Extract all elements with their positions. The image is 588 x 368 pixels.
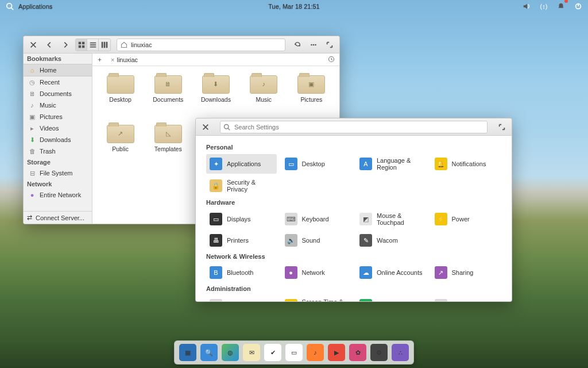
bell-icon: [557, 2, 565, 10]
settings-item-bluetooth[interactable]: BBluetooth: [206, 263, 277, 282]
dock-music[interactable]: ♪: [307, 344, 324, 361]
settings-item-applications[interactable]: ✦Applications: [206, 154, 277, 174]
settings-item-network[interactable]: ●Network: [281, 263, 352, 282]
settings-item-language-region[interactable]: ALanguage & Region: [356, 154, 427, 174]
settings-item-online-accounts[interactable]: ☁Online Accounts: [356, 263, 427, 282]
history-icon: [328, 56, 335, 63]
sidebar-item-trash[interactable]: 🗑Trash: [24, 145, 92, 157]
settings-item-label: Mouse & Touchpad: [377, 212, 423, 226]
connect-server-label: Connect Server...: [36, 214, 84, 221]
settings-item-printers[interactable]: 🖶Printers: [206, 231, 277, 250]
settings-item-label: Keyboard: [302, 216, 329, 223]
dock-tasks[interactable]: ✔: [264, 344, 281, 361]
sidebar-item-entire-network[interactable]: ●Entire Network: [24, 189, 92, 201]
svg-point-11: [311, 44, 312, 45]
folder-downloads[interactable]: ⬇Downloads: [194, 73, 238, 119]
settings-item-user-accounts[interactable]: 👥User Accounts: [431, 296, 502, 301]
connect-server-button[interactable]: ⇄ Connect Server...: [24, 211, 92, 224]
nav-back-button[interactable]: [43, 39, 56, 51]
videos-icon: ▶: [334, 349, 339, 356]
folder-documents[interactable]: 🗎Documents: [146, 73, 190, 119]
online-accounts-icon: ☁: [359, 266, 372, 279]
dock-appcenter[interactable]: ⛬: [392, 344, 409, 361]
sidebar-item-label: Videos: [40, 125, 59, 132]
settings-item-sharing[interactable]: ↗Sharing: [431, 263, 502, 282]
folder-music[interactable]: ♪Music: [242, 73, 286, 119]
network-indicator[interactable]: (↕): [537, 0, 550, 13]
bluetooth-icon: B: [210, 266, 222, 279]
power-icon: [574, 2, 582, 10]
system-icon: ⚙: [359, 299, 372, 301]
settings-item-label: Desktop: [302, 160, 325, 167]
tab-label: linuxiac: [117, 56, 138, 63]
dock-settings[interactable]: ⚙: [370, 344, 388, 361]
folder-public[interactable]: ↗Public: [98, 122, 142, 168]
dock-mail[interactable]: ✉: [243, 344, 260, 361]
settings-item-date-time[interactable]: ◷Date & Time: [206, 296, 277, 301]
settings-item-desktop[interactable]: ▭Desktop: [281, 154, 352, 174]
settings-item-sound[interactable]: 🔊Sound: [281, 231, 352, 250]
dock-files[interactable]: 🔍: [200, 344, 218, 361]
view-grid-button[interactable]: [76, 39, 87, 51]
sidebar-network-title: Network: [24, 179, 92, 189]
sidebar-item-file-system[interactable]: ⊟File System: [24, 167, 92, 179]
settings-item-screen-time-limits[interactable]: ⏱Screen Time & Limits: [281, 296, 352, 301]
settings-item-power[interactable]: ⚡Power: [431, 209, 502, 229]
notifications-indicator[interactable]: [555, 0, 567, 13]
new-tab-button[interactable]: ＋: [95, 55, 104, 64]
documents-icon: 🗎: [28, 90, 36, 98]
sidebar-item-music[interactable]: ♪Music: [24, 99, 92, 111]
tab-close-button[interactable]: ×: [111, 56, 114, 63]
settings-search-input[interactable]: [220, 121, 488, 133]
sidebar-item-documents[interactable]: 🗎Documents: [24, 88, 92, 99]
view-switcher: [75, 39, 111, 51]
sidebar-item-recent[interactable]: ◷Recent: [24, 76, 92, 88]
restore-tab-button[interactable]: [328, 56, 335, 64]
folder-desktop[interactable]: Desktop: [98, 73, 142, 119]
nav-forward-button[interactable]: [59, 39, 72, 51]
dock-multitasking[interactable]: ▦: [179, 344, 196, 361]
category-title-administration: Administration: [206, 285, 501, 292]
path-bar[interactable]: linuxiac: [117, 39, 285, 51]
settings-item-keyboard[interactable]: ⌨Keyboard: [281, 209, 352, 229]
session-indicator[interactable]: [572, 0, 585, 13]
folder-pictures[interactable]: ▣Pictures: [289, 73, 334, 119]
view-column-button[interactable]: [99, 39, 110, 51]
tab-linuxiac[interactable]: × linuxiac: [107, 55, 141, 64]
recent-icon: ◷: [28, 78, 36, 86]
applications-menu-button[interactable]: [3, 0, 16, 13]
sidebar-item-home[interactable]: ⌂Home: [24, 64, 92, 76]
settings-item-notifications[interactable]: 🔔Notifications: [431, 154, 502, 174]
dock-web[interactable]: ◍: [222, 344, 239, 361]
dock-photos[interactable]: ✿: [349, 344, 366, 361]
panel-clock[interactable]: Tue, Mar 18 21:51: [268, 3, 319, 10]
settings-close-button[interactable]: [199, 121, 212, 133]
view-list-button[interactable]: [87, 39, 99, 51]
volume-indicator[interactable]: [520, 0, 533, 13]
settings-item-mouse-touchpad[interactable]: ◩Mouse & Touchpad: [356, 209, 427, 229]
applications-label[interactable]: Applications: [18, 3, 52, 10]
sidebar-item-pictures[interactable]: ▣Pictures: [24, 111, 92, 122]
files-maximize-button[interactable]: [323, 39, 336, 51]
date-time-icon: ◷: [210, 299, 222, 301]
settings-maximize-button[interactable]: [496, 121, 508, 133]
settings-item-security-privacy[interactable]: 🔒Security & Privacy: [206, 176, 277, 195]
settings-item-displays[interactable]: ▭Displays: [206, 209, 277, 229]
dock-calendar[interactable]: ▭: [285, 344, 303, 361]
refresh-button[interactable]: [291, 39, 304, 51]
files-close-button[interactable]: [27, 39, 40, 51]
sidebar-item-downloads[interactable]: ⬇Downloads: [24, 134, 92, 145]
files-sidebar: Bookmarks ⌂Home◷Recent🗎Documents♪Music▣P…: [24, 53, 92, 224]
svg-line-16: [228, 128, 230, 130]
folder-templates[interactable]: ◺Templates: [146, 122, 190, 168]
trash-icon: 🗑: [28, 147, 36, 155]
screen-time-limits-icon: ⏱: [285, 299, 297, 301]
settings-item-label: Notifications: [452, 160, 486, 167]
settings-item-wacom[interactable]: ✎Wacom: [356, 231, 427, 250]
folder-icon: ↗: [107, 122, 134, 143]
sidebar-item-videos[interactable]: ▸Videos: [24, 122, 92, 134]
sidebar-item-label: Trash: [40, 148, 56, 155]
settings-item-system[interactable]: ⚙System: [356, 296, 427, 301]
files-menu-button[interactable]: [307, 39, 320, 51]
dock-videos[interactable]: ▶: [328, 344, 345, 361]
